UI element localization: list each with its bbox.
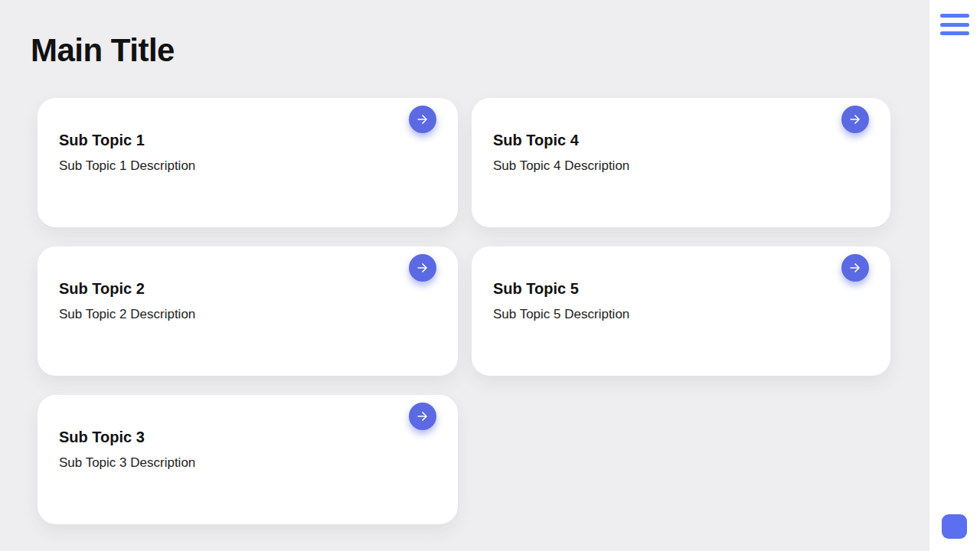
arrow-right-icon bbox=[848, 260, 863, 276]
hamburger-icon bbox=[940, 23, 969, 27]
topic-card: Sub Topic 2 Sub Topic 2 Description bbox=[38, 246, 458, 376]
card-open-button[interactable] bbox=[409, 254, 436, 282]
arrow-right-icon bbox=[848, 112, 863, 127]
topic-card: Sub Topic 1 Sub Topic 1 Description bbox=[38, 98, 458, 227]
card-description: Sub Topic 2 Description bbox=[59, 305, 412, 324]
sidebar-bottom-button[interactable] bbox=[942, 514, 967, 539]
card-title: Sub Topic 5 bbox=[493, 279, 844, 298]
card-open-button[interactable] bbox=[841, 254, 869, 282]
page-title: Main Title bbox=[31, 32, 175, 69]
arrow-right-icon bbox=[415, 260, 430, 276]
topic-card: Sub Topic 4 Sub Topic 4 Description bbox=[472, 98, 890, 227]
card-open-button[interactable] bbox=[841, 106, 869, 133]
card-open-button[interactable] bbox=[409, 106, 436, 133]
hamburger-icon bbox=[940, 14, 969, 18]
arrow-right-icon bbox=[415, 409, 430, 424]
menu-button[interactable] bbox=[940, 14, 969, 35]
hamburger-icon bbox=[940, 31, 969, 35]
topic-card: Sub Topic 3 Sub Topic 3 Description bbox=[38, 395, 458, 524]
topic-card: Sub Topic 5 Sub Topic 5 Description bbox=[472, 246, 890, 376]
card-title: Sub Topic 3 bbox=[59, 427, 412, 447]
card-open-button[interactable] bbox=[409, 403, 436, 430]
card-title: Sub Topic 4 bbox=[493, 130, 844, 150]
card-description: Sub Topic 1 Description bbox=[59, 157, 412, 175]
card-description: Sub Topic 4 Description bbox=[493, 157, 844, 175]
card-title: Sub Topic 1 bbox=[59, 130, 412, 150]
card-description: Sub Topic 3 Description bbox=[59, 454, 412, 472]
card-title: Sub Topic 2 bbox=[59, 279, 412, 298]
main-content: Main Title Sub Topic 1 Sub Topic 1 Descr… bbox=[0, 0, 929, 551]
right-sidebar bbox=[929, 0, 980, 551]
arrow-right-icon bbox=[415, 112, 430, 127]
topic-cards-grid: Sub Topic 1 Sub Topic 1 Description Sub … bbox=[38, 98, 890, 524]
card-description: Sub Topic 5 Description bbox=[493, 305, 844, 324]
